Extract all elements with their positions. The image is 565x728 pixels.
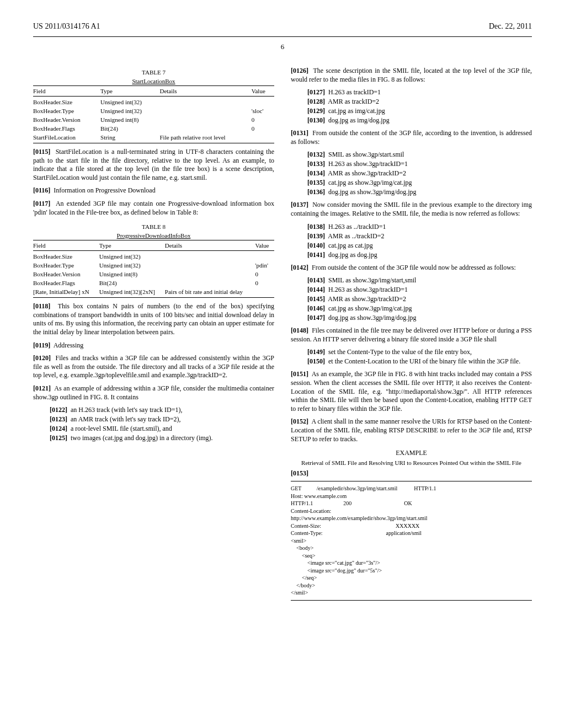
para-0128: [0128] AMR as trackID=2	[291, 98, 532, 106]
td	[255, 251, 274, 261]
para-text: dog.jpg as dog.jpg	[328, 251, 377, 259]
para-0116: [0116] Information on Progressive Downlo…	[33, 186, 274, 195]
td	[165, 270, 255, 279]
table-row: BoxHeader.FlagsBit(24)0	[33, 124, 274, 133]
para-text: The scene description in the SMIL file, …	[291, 67, 532, 83]
para-0126: [0126] The scene description in the SMIL…	[291, 67, 532, 84]
para-text: cat.jpg as show.3gp/img/cat.jpg	[328, 304, 412, 312]
table7: Field Type Details Value BoxHeader.SizeU…	[33, 85, 274, 143]
para-text: AMR as trackID=2	[328, 98, 379, 105]
para-text: A client shall in the same manner resolv…	[291, 417, 532, 442]
td: Unsigned int(32)[2xN]	[99, 287, 165, 298]
td: Pairs of bit rate and initial delay	[165, 287, 255, 298]
para-text: H.263 as show.3gp/trackID=1	[328, 160, 408, 168]
td: BoxHeader.Type	[33, 261, 99, 270]
td	[165, 261, 255, 270]
td	[159, 115, 251, 124]
para-text: et the Content-Location to the URI of th…	[328, 357, 520, 365]
td	[255, 287, 274, 298]
para-text: SMIL as show.3gp/img/start,smil	[328, 276, 416, 284]
para-0118: [0118] This box contains N pairs of numb…	[33, 302, 274, 336]
para-text: Now consider moving the SMIL file in the…	[291, 201, 532, 217]
td: Unsigned int(8)	[99, 270, 165, 279]
td	[159, 97, 251, 107]
th: Type	[99, 240, 165, 251]
para-text: an AMR track (with let's say track ID=2)…	[71, 415, 181, 423]
para-text: AMR as show.3gp/trackID=2	[328, 169, 406, 177]
td	[159, 106, 251, 115]
para-text: H.263 as trackID=1	[328, 88, 381, 96]
td: Unsigned int(32)	[100, 97, 159, 107]
para-0148: [0148] Files contained in the file tree …	[291, 326, 532, 344]
para-0145: [0145] AMR as show.3gp/trackID=2	[291, 295, 532, 303]
td: Bit(24)	[100, 124, 159, 133]
para-0115: [0115] StartFileLocation is a null-termi…	[33, 148, 274, 182]
td: 0	[255, 279, 274, 287]
para-text: This box contains N pairs of numbers (to…	[33, 302, 274, 336]
para-0144: [0144] H.263 as show.3gp/trackID=1	[291, 286, 532, 294]
td: BoxHeader.Version	[33, 115, 100, 124]
td	[252, 133, 274, 143]
para-0142: [0142] From outside the content of the 3…	[291, 264, 532, 272]
para-0131: [0131] From outside the content of the 3…	[291, 129, 532, 146]
para-0117: [0117] An extended 3GP file may contain …	[33, 200, 274, 217]
td	[159, 124, 251, 133]
para-text: a root-level SMIL file (start.smil), and	[71, 425, 172, 432]
table-row: StartFileLocationStringFile path relativ…	[33, 133, 274, 143]
para-0123: [0123] an AMR track (with let's say trac…	[33, 415, 274, 424]
th: Details	[159, 86, 251, 97]
para-0135: [0135] cat.jpg as show.3gp/img/cat.jpg	[291, 179, 532, 187]
para-0136: [0136] dog.jpg as show.3gp/img/dog.jpg	[291, 188, 532, 196]
para-text: cat.jpg as cat.jpg	[328, 242, 373, 249]
para-0146: [0146] cat.jpg as show.3gp/img/cat.jpg	[291, 304, 532, 313]
header-rule	[33, 36, 532, 37]
td: BoxHeader.Flags	[33, 124, 100, 133]
th: Field	[33, 240, 99, 251]
table8: Field Type Details Value BoxHeader.SizeU…	[33, 240, 274, 298]
para-text: StartFileLocation is a null-terminated s…	[33, 148, 274, 181]
para-0153: [0153]	[291, 469, 532, 478]
left-column: TABLE 7 StartLocationBox Field Type Deta…	[33, 62, 274, 601]
header-row: US 2011/0314176 A1 Dec. 22, 2011	[33, 22, 532, 31]
td: BoxHeader.Version	[33, 270, 99, 279]
publication-date: Dec. 22, 2011	[489, 22, 532, 31]
para-0119: [0119] Addressing	[33, 341, 274, 350]
td: BoxHeader.Size	[33, 251, 99, 261]
para-text: As an example of addressing within a 3GP…	[33, 384, 274, 401]
two-column-layout: TABLE 7 StartLocationBox Field Type Deta…	[33, 62, 532, 601]
page-number: 6	[33, 42, 532, 51]
td: 'pdin'	[255, 261, 274, 270]
td: Unsigned int(32)	[100, 106, 159, 115]
td: Bit(24)	[99, 279, 165, 287]
para-0120: [0120] Files and tracks within a 3GP fil…	[33, 354, 274, 380]
example-subtitle: Retrieval of SMIL File and Resolving URI…	[291, 459, 532, 466]
para-text: two images (cat.jpg and dog.jpg) in a di…	[71, 434, 213, 442]
para-0129: [0129] cat.jpg as img/cat.jpg	[291, 107, 532, 115]
para-text: SMIL as show.3gp/start.smil	[328, 151, 404, 158]
para-0132: [0132] SMIL as show.3gp/start.smil	[291, 151, 532, 159]
th: Type	[100, 86, 159, 97]
table-row: [Rate, InitialDelay] xNUnsigned int(32)[…	[33, 287, 274, 298]
para-0133: [0133] H.263 as show.3gp/trackID=1	[291, 160, 532, 168]
td: BoxHeader.Type	[33, 106, 100, 115]
th: Value	[255, 240, 274, 251]
para-text: H.263 as ../trackID=1	[328, 223, 386, 231]
para-text: An extended 3GP file may contain one Pro…	[33, 200, 274, 216]
td: BoxHeader.Size	[33, 97, 100, 107]
table8-subtitle: ProgressiveDownloadInfoBox	[33, 232, 274, 239]
td: 0	[255, 270, 274, 279]
para-text: cat.jpg as img/cat.jpg	[328, 107, 385, 115]
para-text: AMR as show.3gp/trackID=2	[328, 295, 406, 303]
para-0149: [0149] set the Content-Type to the value…	[291, 348, 532, 356]
para-0152: [0152] A client shall in the same manner…	[291, 417, 532, 443]
para-0141: [0141] dog.jpg as dog.jpg	[291, 251, 532, 259]
para-text: an H.263 track (with let's say track ID=…	[71, 406, 183, 414]
publication-number: US 2011/0314176 A1	[33, 22, 100, 31]
td	[165, 279, 255, 287]
para-0140: [0140] cat.jpg as cat.jpg	[291, 242, 532, 250]
table-row: BoxHeader.VersionUnsigned int(8)0	[33, 270, 274, 279]
td: BoxHeader.Flags	[33, 279, 99, 287]
para-text: set the Content-Type to the value of the…	[328, 348, 472, 356]
td: Unsigned int(8)	[100, 115, 159, 124]
th: Value	[252, 86, 274, 97]
